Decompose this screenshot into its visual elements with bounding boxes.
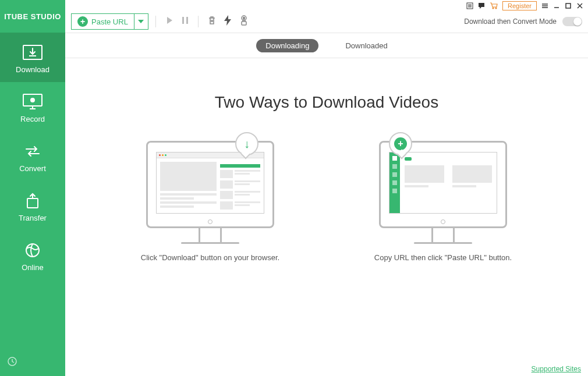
svg-rect-6: [27, 198, 38, 208]
feedback-icon[interactable]: [478, 2, 485, 9]
pause-icon[interactable]: [179, 14, 191, 29]
separator: [155, 16, 156, 27]
download-arrow-icon: ↓: [235, 132, 258, 155]
menu-icon[interactable]: [541, 2, 548, 9]
trash-icon[interactable]: [206, 13, 218, 30]
transfer-icon: [22, 193, 44, 209]
supported-sites-link[interactable]: Supported Sites: [532, 365, 581, 373]
tabs: Downloading Downloaded: [65, 33, 588, 58]
sidebar-item-label: Convert: [19, 164, 46, 173]
methods-row: ↓ Click "Download" button on your browse…: [129, 141, 525, 264]
online-icon: [22, 242, 44, 258]
svg-rect-19: [566, 3, 571, 8]
turbo-icon[interactable]: [222, 13, 233, 30]
clock-icon[interactable]: [7, 356, 17, 367]
content-area: Two Ways to Download Videos: [65, 58, 588, 362]
close-icon[interactable]: [576, 2, 583, 9]
svg-point-25: [243, 17, 245, 19]
plus-icon: +: [77, 16, 88, 27]
main-area: Register + Paste URL Download then Conve…: [65, 0, 588, 376]
svg-point-5: [31, 98, 34, 102]
method-caption: Click "Download" button on your browser.: [141, 252, 279, 264]
cart-icon[interactable]: [490, 2, 498, 9]
svg-rect-22: [182, 17, 184, 24]
monitor-illustration: +: [379, 141, 507, 244]
register-button[interactable]: Register: [502, 1, 537, 10]
svg-point-13: [493, 8, 494, 9]
sidebar-item-label: Transfer: [19, 214, 47, 222]
paste-url-button[interactable]: + Paste URL: [72, 16, 134, 27]
separator: [198, 16, 199, 27]
svg-point-7: [26, 244, 39, 257]
svg-point-14: [495, 8, 497, 9]
method-caption: Copy URL then click "Paste URL" button.: [374, 252, 512, 264]
convert-mode-label: Download then Convert Mode: [464, 17, 557, 26]
download-icon: [22, 44, 44, 61]
svg-rect-23: [186, 17, 188, 24]
sidebar-item-record[interactable]: Record: [0, 82, 65, 132]
sidebar-item-transfer[interactable]: Transfer: [0, 181, 65, 230]
sidebar-item-label: Online: [22, 263, 44, 272]
sidebar-bottom: [0, 349, 65, 376]
tab-downloaded[interactable]: Downloaded: [336, 39, 396, 52]
paste-url-button-group: + Paste URL: [71, 13, 148, 30]
app-logo: ITUBE STUDIO: [0, 0, 65, 33]
monitor-illustration: ↓: [146, 141, 274, 244]
play-icon[interactable]: [163, 14, 176, 29]
footer: Supported Sites: [65, 362, 588, 376]
svg-rect-26: [242, 22, 246, 25]
notes-icon[interactable]: [466, 2, 473, 9]
paste-url-label: Paste URL: [91, 17, 128, 26]
sidebar-item-label: Download: [16, 65, 49, 74]
paste-url-dropdown[interactable]: [134, 14, 148, 29]
sidebar-item-label: Record: [20, 115, 45, 123]
convert-icon: [22, 143, 44, 159]
sidebar-item-convert[interactable]: Convert: [0, 132, 65, 181]
sidebar-item-download[interactable]: Download: [0, 33, 65, 82]
method-paste-url: + Copy URL then click "Paste URL" button…: [362, 141, 525, 264]
titlebar: Register: [65, 0, 588, 10]
minimize-icon[interactable]: [553, 2, 560, 9]
toolbar-right: Download then Convert Mode: [464, 17, 582, 26]
toolbar: + Paste URL Download then Convert Mode: [65, 10, 588, 33]
record-icon: [22, 94, 44, 110]
maximize-icon[interactable]: [565, 2, 572, 9]
sidebar-item-online[interactable]: Online: [0, 230, 65, 280]
plus-circle-icon: +: [389, 132, 412, 155]
page-headline: Two Ways to Download Videos: [215, 93, 438, 112]
settings-lock-icon[interactable]: [237, 13, 251, 30]
method-browser: ↓ Click "Download" button on your browse…: [129, 141, 292, 264]
sidebar: ITUBE STUDIO Download Record Convert Tra…: [0, 0, 65, 376]
tab-downloading[interactable]: Downloading: [256, 39, 318, 52]
convert-mode-toggle[interactable]: [562, 17, 582, 26]
